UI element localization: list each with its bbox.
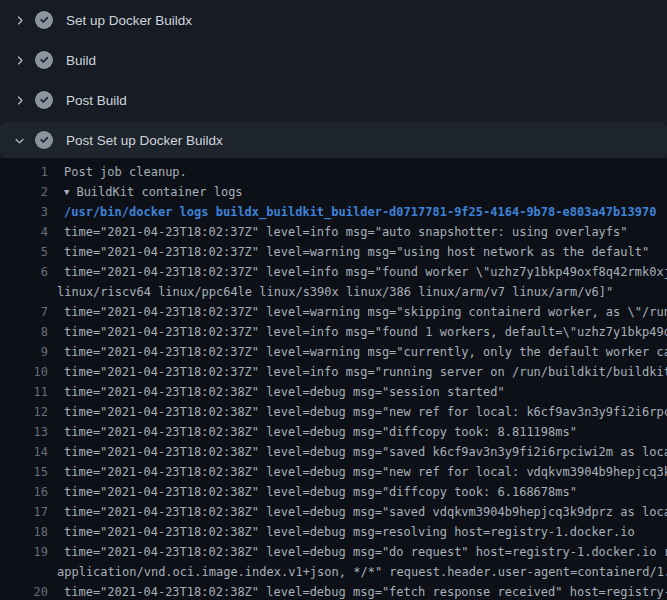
log-row: 7time="2021-04-23T18:02:37Z" level=warni… (0, 302, 667, 322)
log-row: 13time="2021-04-23T18:02:38Z" level=debu… (0, 422, 667, 442)
log-row: 3/usr/bin/docker logs buildx_buildkit_bu… (0, 202, 667, 222)
log-text: time="2021-04-23T18:02:37Z" level=warnin… (64, 342, 667, 362)
log-row: 14time="2021-04-23T18:02:38Z" level=debu… (0, 442, 667, 462)
line-number[interactable]: 20 (0, 582, 48, 600)
steps-list: Set up Docker BuildxBuildPost BuildPost … (0, 0, 667, 158)
log-text: time="2021-04-23T18:02:37Z" level=warnin… (64, 302, 667, 322)
log-row: 8time="2021-04-23T18:02:37Z" level=info … (0, 322, 667, 342)
chevron-right-icon[interactable] (12, 13, 26, 27)
group-collapse-triangle-icon[interactable]: ▼ (64, 182, 69, 202)
log-text: time="2021-04-23T18:02:37Z" level=warnin… (64, 242, 649, 262)
log-text: time="2021-04-23T18:02:37Z" level=info m… (64, 222, 628, 242)
chevron-right-icon[interactable] (12, 53, 26, 67)
log-panel: 1Post job cleanup.2▼BuildKit container l… (0, 158, 667, 600)
line-number[interactable]: 7 (0, 302, 48, 322)
line-number-gutter-empty (0, 562, 48, 582)
step-label: Post Build (66, 93, 127, 108)
check-circle-icon (35, 91, 53, 109)
step-row-post-set-up-docker-buildx[interactable]: Post Set up Docker Buildx (0, 122, 667, 158)
step-label: Build (66, 53, 96, 68)
line-number[interactable]: 2 (0, 182, 48, 202)
log-text: linux/riscv64 linux/ppc64le linux/s390x … (57, 282, 613, 302)
log-text: time="2021-04-23T18:02:38Z" level=debug … (64, 442, 667, 462)
chevron-right-icon[interactable] (12, 93, 26, 107)
group-title[interactable]: BuildKit container logs (76, 185, 242, 199)
line-number[interactable]: 9 (0, 342, 48, 362)
line-number[interactable]: 19 (0, 542, 48, 562)
log-row: 1Post job cleanup. (0, 162, 667, 182)
log-row: 16time="2021-04-23T18:02:38Z" level=debu… (0, 482, 667, 502)
log-text: time="2021-04-23T18:02:38Z" level=debug … (64, 462, 667, 482)
log-text: time="2021-04-23T18:02:38Z" level=debug … (64, 482, 577, 502)
chevron-down-icon[interactable] (12, 133, 26, 147)
log-text: time="2021-04-23T18:02:37Z" level=info m… (64, 262, 667, 282)
check-circle-icon (35, 131, 53, 149)
line-number[interactable]: 11 (0, 382, 48, 402)
line-number[interactable]: 15 (0, 462, 48, 482)
log-row: 12time="2021-04-23T18:02:38Z" level=debu… (0, 402, 667, 422)
log-row: 5time="2021-04-23T18:02:37Z" level=warni… (0, 242, 667, 262)
log-row: 9time="2021-04-23T18:02:37Z" level=warni… (0, 342, 667, 362)
log-text: time="2021-04-23T18:02:38Z" level=debug … (64, 582, 667, 600)
line-number[interactable]: 17 (0, 502, 48, 522)
log-text: time="2021-04-23T18:02:37Z" level=info m… (64, 322, 667, 342)
step-row-build[interactable]: Build (0, 40, 667, 80)
check-circle-icon (35, 11, 53, 29)
log-row: 4time="2021-04-23T18:02:37Z" level=info … (0, 222, 667, 242)
line-number[interactable]: 12 (0, 402, 48, 422)
log-text: time="2021-04-23T18:02:38Z" level=debug … (64, 542, 667, 562)
step-row-post-build[interactable]: Post Build (0, 80, 667, 120)
log-row: 2▼BuildKit container logs (0, 182, 667, 202)
log-text: time="2021-04-23T18:02:37Z" level=info m… (64, 362, 667, 382)
log-row: application/vnd.oci.image.index.v1+json,… (0, 562, 667, 582)
log-row: 17time="2021-04-23T18:02:38Z" level=debu… (0, 502, 667, 522)
log-row: 11time="2021-04-23T18:02:38Z" level=debu… (0, 382, 667, 402)
line-number[interactable]: 16 (0, 482, 48, 502)
line-number[interactable]: 4 (0, 222, 48, 242)
line-number[interactable]: 3 (0, 202, 48, 222)
log-text: time="2021-04-23T18:02:38Z" level=debug … (64, 402, 667, 422)
log-command-text: /usr/bin/docker logs buildx_buildkit_bui… (64, 202, 656, 222)
log-text: Post job cleanup. (64, 162, 187, 182)
actions-log-viewer: Set up Docker BuildxBuildPost BuildPost … (0, 0, 667, 600)
step-row-set-up-docker-buildx[interactable]: Set up Docker Buildx (0, 0, 667, 40)
check-circle-icon (35, 51, 53, 69)
log-text: time="2021-04-23T18:02:38Z" level=debug … (64, 382, 505, 402)
log-text: time="2021-04-23T18:02:38Z" level=debug … (64, 502, 667, 522)
line-number[interactable]: 8 (0, 322, 48, 342)
log-row: 15time="2021-04-23T18:02:38Z" level=debu… (0, 462, 667, 482)
log-text: ▼BuildKit container logs (64, 182, 243, 202)
log-text: application/vnd.oci.image.index.v1+json,… (57, 562, 667, 582)
log-text: time="2021-04-23T18:02:38Z" level=debug … (64, 422, 577, 442)
line-number[interactable]: 1 (0, 162, 48, 182)
log-row: 10time="2021-04-23T18:02:37Z" level=info… (0, 362, 667, 382)
line-number[interactable]: 5 (0, 242, 48, 262)
line-number[interactable]: 14 (0, 442, 48, 462)
log-text: time="2021-04-23T18:02:38Z" level=debug … (64, 522, 635, 542)
step-label: Set up Docker Buildx (66, 13, 192, 28)
log-row: 18time="2021-04-23T18:02:38Z" level=debu… (0, 522, 667, 542)
log-row: linux/riscv64 linux/ppc64le linux/s390x … (0, 282, 667, 302)
line-number[interactable]: 10 (0, 362, 48, 382)
line-number[interactable]: 13 (0, 422, 48, 442)
step-label: Post Set up Docker Buildx (66, 133, 223, 148)
line-number-gutter-empty (0, 282, 48, 302)
log-row: 6time="2021-04-23T18:02:37Z" level=info … (0, 262, 667, 282)
log-row: 19time="2021-04-23T18:02:38Z" level=debu… (0, 542, 667, 562)
line-number[interactable]: 6 (0, 262, 48, 282)
line-number[interactable]: 18 (0, 522, 48, 542)
log-row: 20time="2021-04-23T18:02:38Z" level=debu… (0, 582, 667, 600)
